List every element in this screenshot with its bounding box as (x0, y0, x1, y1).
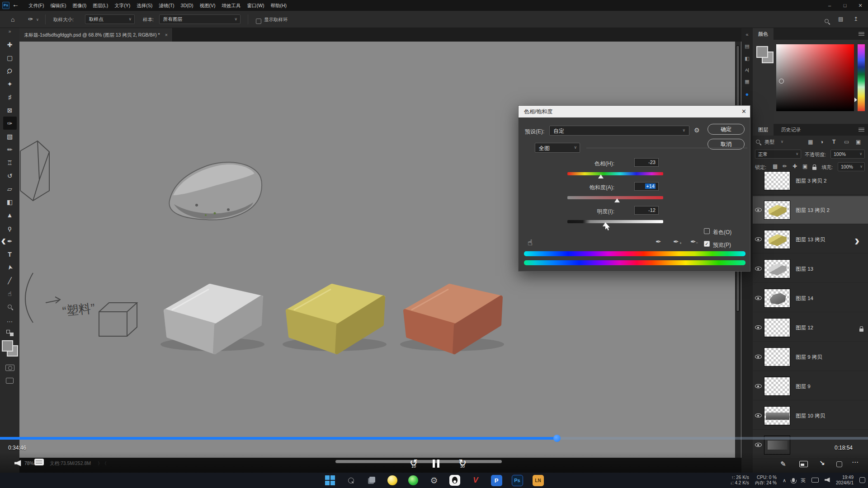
layer-row[interactable]: 图层 13 拷贝 (753, 225, 868, 253)
layer-row[interactable]: 图层 10 拷贝 (753, 402, 868, 430)
tool-sharpen[interactable]: ▲ (3, 208, 17, 221)
dialog-close-icon[interactable]: ✕ (741, 106, 746, 117)
tool-path-select[interactable]: ➤ (3, 261, 17, 274)
hue-slider[interactable] (567, 172, 663, 175)
system-usage[interactable]: CPU: 0 % 内存: 24 % (755, 475, 777, 486)
layer-row[interactable]: 图层 3 拷贝 2 (753, 167, 868, 195)
video-progress-knob[interactable] (553, 435, 561, 442)
menu-file[interactable]: 文件(F) (25, 0, 47, 11)
tool-history-brush[interactable]: ↺ (3, 169, 17, 182)
lightness-value-input[interactable]: -12 (634, 206, 659, 215)
eyedropper-dropdown-icon[interactable]: ∨ (36, 18, 39, 22)
visibility-eye-icon[interactable] (755, 208, 762, 212)
channel-select[interactable]: 全图 ∨ (535, 143, 580, 153)
touch-keyboard-icon[interactable] (811, 478, 819, 483)
layer-row[interactable]: 图层 9 拷贝 (753, 343, 868, 371)
panel-menu-icon[interactable] (859, 128, 864, 131)
preset-options-gear-icon[interactable]: ⚙ (694, 127, 700, 134)
eyedropper-sample-icon[interactable]: ✒ (656, 238, 661, 246)
filter-shape-icon[interactable]: ▭ (844, 139, 849, 145)
menu-type[interactable]: 文字(Y) (111, 0, 133, 11)
menu-plugins[interactable]: 增效工具 (219, 0, 244, 11)
app-yellow-sphere[interactable] (387, 475, 398, 486)
layer-thumbnail[interactable] (764, 377, 790, 396)
video-progress-bar[interactable] (0, 437, 868, 440)
hue-strip[interactable] (858, 44, 865, 111)
rewind-10-button[interactable]: ↺ 10 (407, 457, 420, 469)
dialog-title-bar[interactable]: 色相/饱和度 (519, 106, 750, 117)
sample-size-select[interactable]: 取样点 ∨ (85, 14, 135, 24)
visibility-eye-icon[interactable] (755, 296, 762, 300)
volume-icon[interactable] (14, 460, 21, 468)
dock-panel-icon-2[interactable]: ◧ (741, 56, 753, 61)
tool-text[interactable]: T (3, 248, 17, 261)
sample-select[interactable]: 所有图层 ∨ (159, 14, 241, 24)
tray-volume-icon[interactable] (825, 478, 830, 483)
tool-more[interactable]: … (3, 313, 17, 326)
lightness-slider[interactable] (567, 220, 663, 223)
preset-select[interactable]: 自定 ∨ (549, 126, 689, 136)
app-photoshop[interactable]: Ps (512, 475, 523, 486)
menu-edit[interactable]: 编辑(E) (47, 0, 69, 11)
targeted-adjustment-hand-icon[interactable]: ☝ (528, 238, 533, 248)
visibility-eye-icon[interactable] (755, 325, 762, 329)
layer-search-icon[interactable] (756, 139, 760, 145)
tool-move[interactable]: ✚ (3, 38, 17, 51)
filter-adjustment-icon[interactable]: ◑ (820, 139, 823, 145)
visibility-eye-icon[interactable] (755, 443, 762, 447)
tool-shape[interactable]: ╱ (3, 274, 17, 287)
show-ring-checkbox[interactable] (256, 17, 261, 25)
tab-layers[interactable]: 图层 (753, 124, 774, 136)
eyedropper-subtract-icon[interactable]: ✒− (690, 238, 698, 246)
layer-thumbnail[interactable] (764, 318, 790, 337)
layer-thumbnail[interactable] (764, 171, 790, 190)
notification-icon[interactable] (859, 477, 865, 484)
visibility-eye-icon[interactable] (755, 384, 762, 388)
layer-thumbnail[interactable] (764, 347, 790, 366)
blend-mode-select[interactable]: 正常 ∨ (755, 150, 801, 159)
tool-marquee[interactable]: ▢ (3, 51, 17, 64)
network-speed[interactable]: ↑: 26 K/s ↓: 4.2 K/s (730, 475, 749, 486)
quick-mask-button[interactable] (3, 361, 17, 374)
dock-panel-icon-3[interactable]: ▦ (741, 79, 753, 84)
app-ln[interactable]: LN (533, 475, 544, 486)
menu-layer[interactable]: 图层(L) (90, 0, 111, 11)
saturation-value-input[interactable]: +14 (634, 182, 659, 191)
layer-thumbnail[interactable] (764, 259, 790, 278)
eyedropper-tool-icon[interactable]: ✑ (28, 16, 33, 23)
subtitle-chat-icon[interactable] (34, 459, 44, 465)
dock-character-panel-icon[interactable]: A| (741, 68, 753, 72)
menu-image[interactable]: 图像(I) (69, 0, 90, 11)
tool-crop[interactable]: ♯ (3, 90, 17, 103)
pause-button[interactable] (433, 460, 439, 469)
visibility-eye-icon[interactable] (755, 237, 762, 241)
filter-pixel-icon[interactable]: ▦ (808, 139, 813, 145)
tool-zoom[interactable] (3, 300, 17, 313)
eyedropper-add-icon[interactable]: ✒＋ (673, 238, 683, 246)
visibility-eye-icon[interactable] (755, 413, 762, 418)
window-mode-icon[interactable] (836, 461, 842, 469)
video-next-arrow-icon[interactable]: › (854, 231, 859, 249)
preview-checkbox[interactable]: ✓ (704, 241, 710, 247)
visibility-eye-icon[interactable] (755, 267, 762, 271)
taskbar-search-button[interactable] (345, 475, 357, 486)
tool-lasso[interactable]: Ϙ (3, 64, 17, 77)
dock-active-blue-icon[interactable]: ● (741, 91, 753, 98)
pip-monitor-icon[interactable] (799, 461, 808, 469)
home-icon[interactable]: ⌂ (11, 16, 14, 23)
saturation-slider-thumb[interactable] (614, 198, 620, 202)
tool-eraser[interactable]: ▱ (3, 182, 17, 195)
swap-colors[interactable] (3, 326, 17, 339)
layer-row[interactable]: 图层 13 (753, 255, 868, 283)
layer-thumbnail[interactable] (764, 406, 790, 425)
more-options-icon[interactable]: ⋯ (852, 458, 859, 466)
hue-strip-slider-icon[interactable] (854, 98, 857, 102)
tab-close-icon[interactable]: × (165, 32, 168, 38)
colorize-checkbox[interactable] (704, 228, 710, 234)
tab-history[interactable]: 历史记录 (775, 124, 806, 136)
video-back-icon[interactable]: ← (12, 0, 19, 8)
menu-filter[interactable]: 滤镜(T) (156, 0, 177, 11)
microphone-icon[interactable] (792, 478, 795, 483)
menu-3d[interactable]: 3D(D) (178, 0, 197, 11)
maximize-button[interactable]: □ (837, 0, 853, 11)
